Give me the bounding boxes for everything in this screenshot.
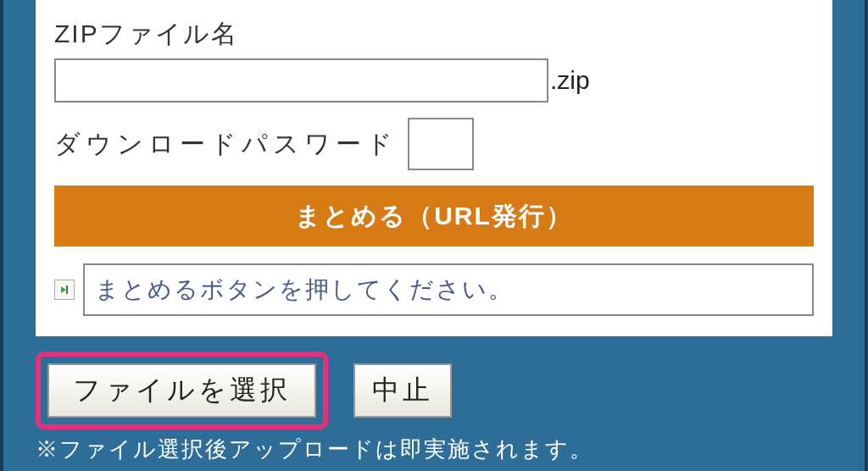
zip-filename-section: ZIPファイル名 .zip [54, 17, 814, 103]
zip-filename-input[interactable] [54, 58, 548, 103]
arrow-right-icon [54, 280, 75, 300]
combine-url-button[interactable]: まとめる（URL発行） [54, 186, 814, 247]
cancel-button[interactable]: 中止 [353, 363, 452, 418]
password-section: ダウンロードパスワード [54, 118, 814, 170]
button-row: ファイルを選択 中止 [36, 352, 832, 429]
svg-rect-1 [66, 285, 68, 294]
bottom-controls: ファイルを選択 中止 ※ファイル選択後アップロードは即実施されます。 [36, 352, 832, 464]
status-row: まとめるボタンを押してください。 [54, 263, 814, 316]
password-label: ダウンロードパスワード [54, 127, 398, 162]
upload-form-panel: ZIPファイル名 .zip ダウンロードパスワード まとめる（URL発行） まと… [36, 0, 832, 336]
highlight-annotation: ファイルを選択 [36, 352, 328, 429]
zip-extension-suffix: .zip [550, 66, 590, 95]
file-select-button[interactable]: ファイルを選択 [47, 363, 316, 418]
password-input[interactable] [408, 118, 474, 170]
zip-filename-row: .zip [54, 58, 814, 103]
upload-note: ※ファイル選択後アップロードは即実施されます。 [36, 435, 832, 464]
zip-filename-label: ZIPファイル名 [54, 17, 814, 52]
outer-frame: ZIPファイル名 .zip ダウンロードパスワード まとめる（URL発行） まと… [0, 0, 868, 471]
status-message-box: まとめるボタンを押してください。 [83, 263, 814, 316]
